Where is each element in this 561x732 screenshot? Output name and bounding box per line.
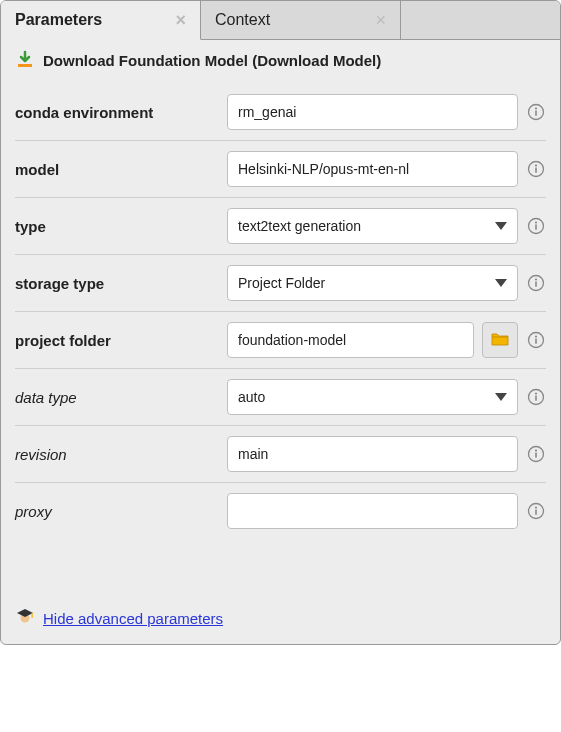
svg-rect-23 [535, 510, 537, 515]
info-icon[interactable] [526, 444, 546, 464]
info-icon[interactable] [526, 102, 546, 122]
data-type-select[interactable]: auto [227, 379, 518, 415]
row-conda-environment: conda environment [15, 84, 546, 141]
revision-input[interactable] [227, 436, 518, 472]
tab-context[interactable]: Context × [201, 1, 401, 39]
row-storage-type: storage type Project Folder [15, 255, 546, 312]
panel-title: Download Foundation Model (Download Mode… [43, 52, 381, 69]
svg-point-4 [535, 164, 537, 166]
controls: Project Folder [227, 265, 546, 301]
label-type: type [15, 218, 215, 235]
row-data-type: data type auto [15, 369, 546, 426]
tab-label: Context [215, 11, 365, 29]
type-select[interactable]: text2text generation [227, 208, 518, 244]
svg-point-13 [535, 335, 537, 337]
row-proxy: proxy [15, 483, 546, 539]
info-icon[interactable] [526, 501, 546, 521]
controls [227, 493, 546, 529]
svg-rect-5 [535, 168, 537, 173]
svg-rect-17 [535, 396, 537, 401]
controls: auto [227, 379, 546, 415]
scholar-icon [15, 607, 35, 630]
select-value: Project Folder [238, 275, 325, 291]
label-project-folder: project folder [15, 332, 215, 349]
svg-point-10 [535, 278, 537, 280]
close-icon[interactable]: × [375, 11, 386, 29]
form: conda environment model type text2te [1, 78, 560, 547]
chevron-down-icon [495, 222, 507, 230]
tab-parameters[interactable]: Parameters × [1, 1, 201, 40]
controls [227, 151, 546, 187]
label-proxy: proxy [15, 503, 215, 520]
label-conda-environment: conda environment [15, 104, 215, 121]
chevron-down-icon [495, 279, 507, 287]
info-icon[interactable] [526, 273, 546, 293]
storage-type-select[interactable]: Project Folder [227, 265, 518, 301]
svg-rect-20 [535, 453, 537, 458]
svg-rect-11 [535, 282, 537, 287]
controls [227, 436, 546, 472]
svg-rect-25 [32, 613, 33, 618]
row-revision: revision [15, 426, 546, 483]
parameters-panel: Parameters × Context × Download Foundati… [0, 0, 561, 645]
info-icon[interactable] [526, 159, 546, 179]
conda-environment-input[interactable] [227, 94, 518, 130]
tab-label: Parameters [15, 11, 165, 29]
svg-rect-14 [535, 339, 537, 344]
label-data-type: data type [15, 389, 215, 406]
svg-point-22 [535, 506, 537, 508]
toggle-advanced-link[interactable]: Hide advanced parameters [43, 610, 223, 627]
close-icon[interactable]: × [175, 11, 186, 29]
info-icon[interactable] [526, 330, 546, 350]
controls [227, 94, 546, 130]
label-revision: revision [15, 446, 215, 463]
controls [227, 322, 546, 358]
label-model: model [15, 161, 215, 178]
proxy-input[interactable] [227, 493, 518, 529]
controls: text2text generation [227, 208, 546, 244]
svg-point-16 [535, 392, 537, 394]
row-type: type text2text generation [15, 198, 546, 255]
svg-rect-2 [535, 111, 537, 116]
info-icon[interactable] [526, 216, 546, 236]
project-folder-input[interactable] [227, 322, 474, 358]
download-icon [15, 50, 35, 70]
svg-point-1 [535, 107, 537, 109]
tab-bar: Parameters × Context × [1, 1, 560, 40]
model-input[interactable] [227, 151, 518, 187]
footer: Hide advanced parameters [1, 547, 560, 644]
label-storage-type: storage type [15, 275, 215, 292]
chevron-down-icon [495, 393, 507, 401]
panel-header: Download Foundation Model (Download Mode… [1, 40, 560, 78]
select-value: auto [238, 389, 265, 405]
info-icon[interactable] [526, 387, 546, 407]
folder-icon [491, 331, 509, 350]
select-value: text2text generation [238, 218, 361, 234]
svg-point-19 [535, 449, 537, 451]
row-model: model [15, 141, 546, 198]
svg-point-7 [535, 221, 537, 223]
row-project-folder: project folder [15, 312, 546, 369]
browse-folder-button[interactable] [482, 322, 518, 358]
svg-rect-8 [535, 225, 537, 230]
